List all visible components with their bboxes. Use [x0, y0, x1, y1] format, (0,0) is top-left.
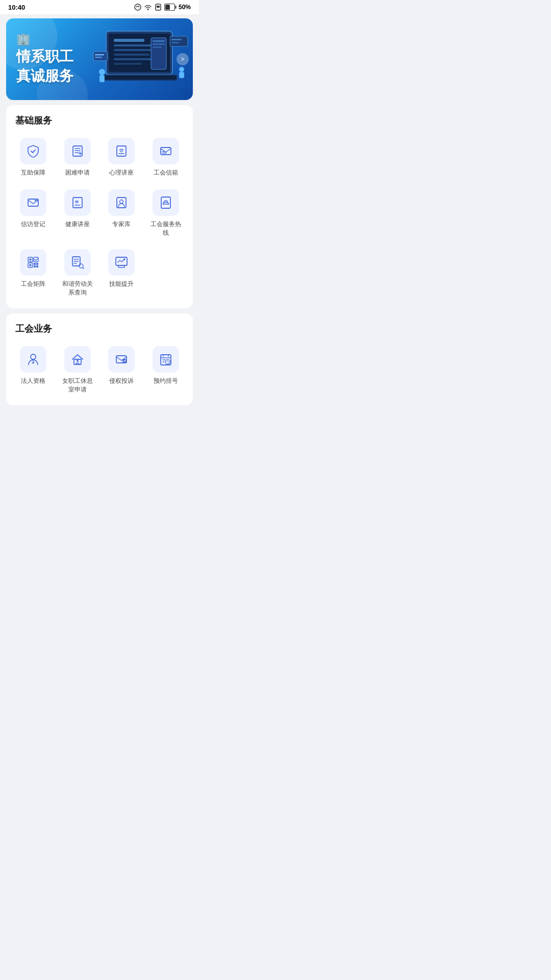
menu-item-infringement[interactable]: 侵权投诉: [99, 342, 144, 398]
menu-item-labor[interactable]: 和谐劳动关系查询: [56, 245, 100, 301]
status-bar: 10:40 50%: [0, 0, 199, 14]
svg-rect-9: [114, 39, 144, 42]
svg-rect-14: [114, 63, 142, 65]
union-business-section: 工会业务 法人资格: [6, 313, 193, 405]
menu-label-petition: 信访登记: [21, 220, 45, 229]
svg-point-1: [147, 9, 148, 10]
svg-rect-29: [95, 54, 104, 56]
menu-label-labor: 和谐劳动关系查询: [62, 280, 93, 297]
mail-alert-icon: [26, 195, 40, 210]
menu-label-health: 健康讲座: [65, 220, 90, 229]
svg-rect-45: [34, 263, 36, 265]
svg-rect-16: [153, 40, 165, 42]
banner-line1: 情系职工: [16, 47, 73, 66]
basic-services-section: 基础服务 互助保障 困难申请: [6, 105, 193, 308]
union-business-title: 工会业务: [11, 323, 188, 342]
svg-point-21: [99, 69, 105, 75]
person-tie-icon: [26, 352, 40, 366]
menu-item-experts[interactable]: 专家库: [99, 185, 144, 241]
svg-point-57: [122, 359, 127, 363]
chart-board-icon: [114, 255, 129, 270]
search-doc-icon: [70, 255, 85, 270]
menu-label-legal-person: 法人资格: [21, 377, 45, 385]
svg-point-52: [31, 354, 36, 359]
svg-rect-5: [175, 6, 176, 9]
house-person-icon: [70, 352, 85, 366]
svg-rect-39: [161, 197, 170, 208]
menu-label-appointment: 预约排号: [154, 377, 178, 385]
banner: 🏢 情系职工 真诚服务: [6, 18, 193, 100]
svg-rect-20: [102, 76, 177, 80]
svg-rect-43: [30, 264, 32, 266]
svg-rect-31: [73, 146, 82, 156]
menu-label-hardship: 困难申请: [65, 168, 90, 177]
battery-percent: 50%: [179, 4, 191, 11]
banner-text: 🏢 情系职工 真诚服务: [6, 24, 84, 94]
svg-rect-12: [114, 54, 149, 56]
svg-rect-24: [179, 72, 184, 78]
union-business-grid: 法人资格 女职工休息室申请: [11, 342, 188, 398]
svg-rect-18: [153, 46, 162, 48]
svg-rect-41: [30, 259, 32, 261]
menu-label-hotline: 工会服务热线: [151, 220, 181, 237]
sim-icon: [154, 3, 162, 11]
menu-item-appointment[interactable]: 预约排号: [144, 342, 188, 398]
menu-item-hotline[interactable]: 工会服务热线: [144, 185, 188, 241]
mail-shield-icon: [114, 352, 129, 366]
time: 10:40: [8, 4, 25, 11]
menu-item-matrix[interactable]: 工会矩阵: [11, 245, 56, 301]
svg-rect-32: [117, 146, 126, 156]
phone-form-icon: [159, 195, 173, 210]
svg-rect-47: [34, 265, 36, 267]
svg-rect-26: [171, 39, 182, 40]
expert-icon: [114, 195, 129, 210]
menu-label-womens-room: 女职工休息室申请: [62, 377, 93, 394]
calendar-clock-icon: [159, 352, 173, 366]
qr-check-icon: [26, 255, 40, 270]
menu-item-mailbox[interactable]: 工会信箱: [144, 134, 188, 181]
svg-rect-46: [36, 263, 38, 265]
menu-item-psychology[interactable]: 心理讲座: [99, 134, 144, 181]
menu-label-psychology: 心理讲座: [109, 168, 134, 177]
wifi-icon: [144, 3, 152, 11]
status-icons: 50%: [134, 3, 191, 11]
svg-rect-15: [151, 38, 166, 69]
menu-label-experts: 专家库: [112, 220, 131, 229]
menu-item-legal-person[interactable]: 法人资格: [11, 342, 56, 398]
svg-rect-30: [95, 57, 102, 58]
signal-icon: [134, 3, 142, 11]
svg-rect-11: [114, 49, 155, 51]
svg-rect-6: [165, 5, 170, 10]
battery-icon: [164, 4, 177, 11]
menu-item-mutual-aid[interactable]: 互助保障: [11, 134, 56, 181]
menu-label-mutual-aid: 互助保障: [21, 168, 45, 177]
menu-item-hardship[interactable]: 困难申请: [56, 134, 100, 181]
svg-rect-13: [114, 58, 157, 60]
shield-icon: [26, 144, 40, 158]
svg-rect-28: [93, 52, 108, 61]
svg-rect-17: [153, 43, 165, 45]
svg-point-23: [179, 67, 184, 72]
svg-point-55: [77, 360, 79, 362]
svg-rect-3: [157, 6, 160, 8]
menu-label-infringement: 侵权投诉: [109, 377, 134, 385]
basic-services-grid: 互助保障 困难申请 心理讲座: [11, 134, 188, 301]
menu-label-matrix: 工会矩阵: [21, 280, 45, 288]
form-icon: [70, 144, 85, 158]
menu-item-skills[interactable]: 技能提升: [99, 245, 144, 301]
menu-item-petition[interactable]: 信访登记: [11, 185, 56, 241]
basic-services-title: 基础服务: [11, 114, 188, 134]
svg-point-0: [135, 4, 141, 10]
svg-rect-27: [171, 42, 179, 43]
svg-rect-48: [36, 265, 38, 267]
svg-point-38: [120, 200, 123, 203]
svg-rect-22: [99, 75, 105, 82]
svg-rect-33: [161, 148, 171, 155]
menu-item-womens-room[interactable]: 女职工休息室申请: [56, 342, 100, 398]
menu-item-health[interactable]: 健康讲座: [56, 185, 100, 241]
health-form-icon: [70, 195, 85, 210]
banner-line2: 真诚服务: [16, 66, 73, 86]
banner-arrow[interactable]: >: [177, 53, 189, 65]
menu-label-skills: 技能提升: [109, 280, 134, 288]
mail-lines-icon: [159, 144, 173, 158]
